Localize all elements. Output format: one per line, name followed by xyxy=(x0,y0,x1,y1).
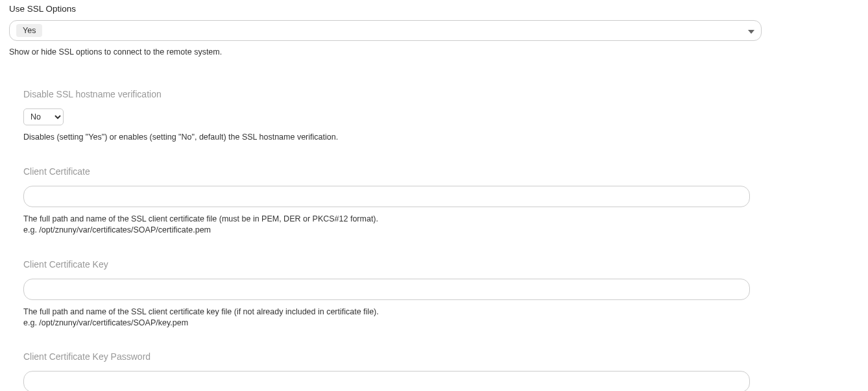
disable-hostname-label: Disable SSL hostname verification xyxy=(23,89,773,99)
use-ssl-select[interactable]: Yes xyxy=(9,20,762,41)
client-certificate-key-group: Client Certificate Key The full path and… xyxy=(23,259,773,329)
disable-hostname-group: Disable SSL hostname verification No Yes… xyxy=(23,89,773,143)
disable-hostname-select[interactable]: No Yes xyxy=(23,108,64,125)
client-certificate-help: The full path and name of the SSL client… xyxy=(23,214,773,236)
use-ssl-help: Show or hide SSL options to connect to t… xyxy=(9,47,773,57)
client-certificate-label: Client Certificate xyxy=(23,166,773,177)
chevron-down-icon xyxy=(748,26,754,36)
client-certificate-key-password-group: Client Certificate Key Password The pass… xyxy=(23,351,773,391)
disable-hostname-help: Disables (setting "Yes") or enables (set… xyxy=(23,132,773,143)
use-ssl-selected-value: Yes xyxy=(16,24,42,37)
client-certificate-key-password-input[interactable] xyxy=(23,371,750,391)
section-title: Use SSL Options xyxy=(9,4,773,14)
client-certificate-group: Client Certificate The full path and nam… xyxy=(23,166,773,236)
client-certificate-input[interactable] xyxy=(23,186,750,207)
client-certificate-key-label: Client Certificate Key xyxy=(23,259,773,270)
client-certificate-key-input[interactable] xyxy=(23,279,750,300)
client-certificate-key-help: The full path and name of the SSL client… xyxy=(23,307,773,329)
client-certificate-key-password-label: Client Certificate Key Password xyxy=(23,351,773,362)
